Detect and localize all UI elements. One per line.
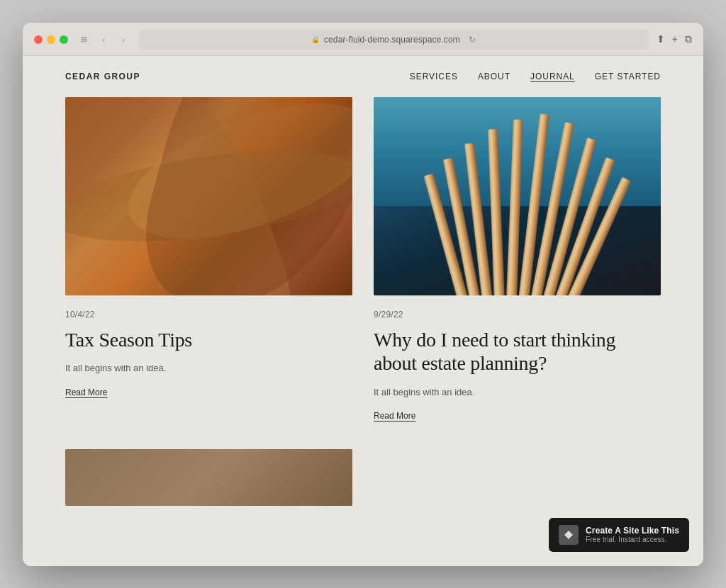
site-content: CEDAR GROUP SERVICES ABOUT JOURNAL GET S… [23, 56, 703, 566]
share-icon[interactable]: ⬆ [657, 33, 665, 45]
nav-about[interactable]: ABOUT [478, 72, 510, 81]
browser-actions: ⬆ + ⧉ [657, 33, 692, 45]
tabs-icon[interactable]: ⧉ [685, 33, 692, 45]
new-tab-icon[interactable]: + [672, 33, 678, 45]
url-text: cedar-fluid-demo.squarespace.com [324, 35, 460, 45]
wave-layer-1 [65, 135, 352, 257]
fin-group [458, 113, 577, 295]
sidebar-icon[interactable]: ⊞ [77, 33, 91, 47]
blog-title-1[interactable]: Tax Season Tips [65, 328, 352, 352]
fin-5 [506, 119, 523, 295]
blog-title-2[interactable]: Why do I need to start thinking about es… [374, 328, 661, 375]
close-button[interactable] [34, 35, 43, 44]
badge-title: Create A Site Like This [586, 526, 679, 536]
nav-links: SERVICES ABOUT JOURNAL GET STARTED [410, 72, 661, 81]
squarespace-badge[interactable]: Create A Site Like This Free trial. Inst… [549, 518, 689, 552]
reload-icon: ↻ [469, 35, 476, 45]
back-button[interactable]: ‹ [96, 33, 111, 47]
badge-subtitle: Free trial. Instant access. [586, 536, 679, 543]
blog-excerpt-2: It all begins with an idea. [374, 385, 661, 400]
wave-layer-2 [112, 97, 352, 276]
blog-grid: 10/4/22 Tax Season Tips It all begins wi… [23, 97, 703, 450]
blog-image-1[interactable] [65, 97, 352, 295]
blog-grid-bottom [23, 449, 703, 506]
blog-card-2: 9/29/22 Why do I need to start thinking … [374, 97, 661, 422]
nav-get-started[interactable]: GET STARTED [595, 72, 661, 81]
read-more-2[interactable]: Read More [374, 411, 661, 421]
squarespace-icon [559, 525, 579, 545]
blog-image-2[interactable] [374, 97, 661, 295]
site-nav: CEDAR GROUP SERVICES ABOUT JOURNAL GET S… [23, 56, 703, 97]
traffic-lights [34, 35, 68, 44]
abstract-waves-image [65, 97, 352, 295]
bottom-card-image[interactable] [65, 449, 352, 506]
blog-excerpt-1: It all begins with an idea. [65, 361, 352, 376]
browser-chrome: ⊞ ‹ › 🔒 cedar-fluid-demo.squarespace.com… [23, 23, 703, 56]
architecture-image [374, 97, 661, 295]
fin-4 [488, 129, 505, 295]
browser-controls: ⊞ ‹ › [77, 33, 130, 47]
site-logo[interactable]: CEDAR GROUP [65, 72, 140, 81]
blog-card-1: 10/4/22 Tax Season Tips It all begins wi… [65, 97, 352, 422]
forward-button[interactable]: › [116, 33, 130, 47]
lock-icon: 🔒 [311, 35, 320, 43]
nav-journal[interactable]: JOURNAL [530, 72, 575, 81]
blog-date-2: 9/29/22 [374, 310, 661, 320]
address-bar[interactable]: 🔒 cedar-fluid-demo.squarespace.com ↻ [139, 30, 648, 50]
maximize-button[interactable] [60, 35, 68, 44]
badge-text: Create A Site Like This Free trial. Inst… [586, 526, 679, 543]
minimize-button[interactable] [47, 35, 55, 44]
blog-date-1: 10/4/22 [65, 310, 352, 320]
browser-window: ⊞ ‹ › 🔒 cedar-fluid-demo.squarespace.com… [23, 23, 703, 566]
fins-container [374, 97, 661, 295]
read-more-1[interactable]: Read More [65, 388, 352, 397]
nav-services[interactable]: SERVICES [410, 72, 458, 81]
